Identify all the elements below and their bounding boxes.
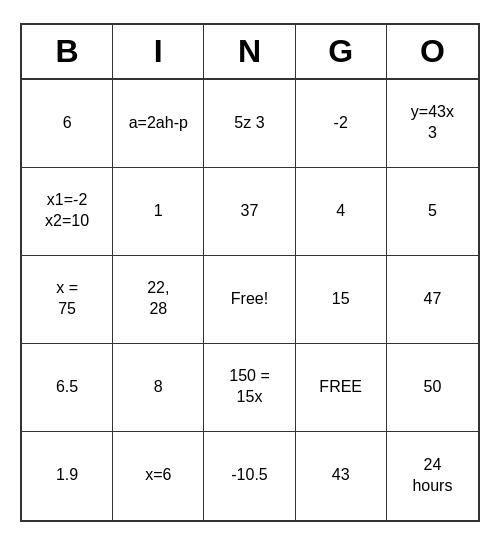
cell-r2-c4: 47: [387, 256, 478, 344]
cell-r4-c4: 24 hours: [387, 432, 478, 520]
header-letter-N: N: [204, 25, 295, 78]
cell-r1-c0: x1=-2 x2=10: [22, 168, 113, 256]
cell-r1-c1: 1: [113, 168, 204, 256]
bingo-header: BINGO: [22, 25, 478, 80]
cell-r2-c2: Free!: [204, 256, 295, 344]
cell-r2-c3: 15: [296, 256, 387, 344]
cell-r3-c4: 50: [387, 344, 478, 432]
cell-r3-c0: 6.5: [22, 344, 113, 432]
cell-r4-c3: 43: [296, 432, 387, 520]
cell-r1-c3: 4: [296, 168, 387, 256]
cell-r4-c0: 1.9: [22, 432, 113, 520]
cell-r1-c4: 5: [387, 168, 478, 256]
cell-r3-c1: 8: [113, 344, 204, 432]
cell-r0-c1: a=2ah-p: [113, 80, 204, 168]
cell-r1-c2: 37: [204, 168, 295, 256]
cell-r4-c2: -10.5: [204, 432, 295, 520]
cell-r2-c1: 22, 28: [113, 256, 204, 344]
cell-r0-c4: y=43x 3: [387, 80, 478, 168]
cell-r2-c0: x = 75: [22, 256, 113, 344]
cell-r4-c1: x=6: [113, 432, 204, 520]
cell-r0-c2: 5z 3: [204, 80, 295, 168]
header-letter-I: I: [113, 25, 204, 78]
bingo-grid: 6a=2ah-p5z 3-2y=43x 3x1=-2 x2=1013745x =…: [22, 80, 478, 520]
header-letter-G: G: [296, 25, 387, 78]
cell-r0-c0: 6: [22, 80, 113, 168]
cell-r3-c2: 150 = 15x: [204, 344, 295, 432]
cell-r0-c3: -2: [296, 80, 387, 168]
cell-r3-c3: FREE: [296, 344, 387, 432]
bingo-card: BINGO 6a=2ah-p5z 3-2y=43x 3x1=-2 x2=1013…: [20, 23, 480, 522]
header-letter-O: O: [387, 25, 478, 78]
header-letter-B: B: [22, 25, 113, 78]
